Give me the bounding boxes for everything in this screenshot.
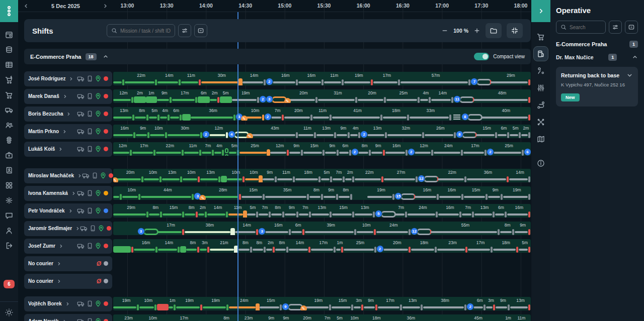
shift-segment[interactable]: 20m — [117, 170, 144, 182]
nav-apps-icon[interactable] — [2, 178, 17, 193]
nav-people-icon[interactable] — [2, 118, 17, 133]
shift-segment[interactable]: 30m — [201, 73, 243, 85]
shift-segment[interactable]: 24m — [408, 205, 439, 218]
courier-card[interactable]: No courier Ø — [24, 256, 112, 271]
courier-card[interactable]: Adam Novák — [24, 314, 112, 321]
site-row[interactable]: Dr. Max Nučice 1 — [556, 54, 638, 61]
chevron-up-icon[interactable] — [632, 54, 638, 60]
chevron-right-icon[interactable] — [62, 129, 67, 134]
nav-truck-icon[interactable] — [2, 102, 17, 118]
shift-segment[interactable]: 7m — [271, 108, 284, 121]
zoom-out-button[interactable] — [441, 27, 448, 34]
stop-count-badge[interactable]: 5 — [375, 210, 382, 218]
shift-segment[interactable]: 20m — [284, 108, 313, 121]
shift-segment[interactable]: 8m — [186, 240, 200, 253]
shift-segment[interactable]: 9m — [364, 298, 378, 310]
shift-segment[interactable]: 9m — [337, 126, 351, 138]
chevron-right-icon[interactable] — [65, 301, 70, 306]
nav-briefcase-icon[interactable] — [2, 148, 17, 163]
tool-sliders-v-icon[interactable] — [533, 80, 548, 95]
stop-count-badge[interactable]: 2 — [264, 113, 272, 121]
chevron-right-icon[interactable] — [56, 279, 61, 284]
stop-count-badge[interactable]: 12 — [418, 175, 425, 182]
shift-segment[interactable]: 12m — [209, 126, 228, 138]
task-card[interactable]: Returning back to base K Vypichu 497, Nu… — [556, 67, 638, 106]
shift-segment[interactable]: 9m — [285, 205, 299, 218]
nav-chat-icon[interactable] — [2, 208, 17, 223]
shift-segment[interactable]: 8m — [275, 240, 289, 253]
stop-count-badge[interactable]: 2 — [487, 148, 494, 156]
expand-panel-button[interactable] — [531, 0, 550, 22]
notification-count-badge[interactable]: 6 — [4, 280, 15, 288]
shift-segment[interactable]: 8m — [309, 187, 324, 200]
shift-segment[interactable]: 8m — [219, 315, 233, 321]
nav-table-icon[interactable] — [2, 57, 17, 72]
pending-stops-marker[interactable] — [225, 148, 228, 156]
zoom-in-button[interactable] — [473, 27, 480, 34]
courier-card[interactable]: Marek Današ — [24, 89, 112, 104]
shift-segment[interactable]: 29m — [113, 205, 149, 218]
shift-segment[interactable]: 2m — [521, 126, 531, 138]
chevron-right-icon[interactable] — [56, 261, 61, 266]
edit-badge[interactable]: ✎ — [113, 177, 118, 182]
shift-segment[interactable]: 11m — [313, 108, 332, 121]
shift-segment[interactable]: 19m — [503, 187, 531, 200]
operative-search[interactable] — [556, 21, 606, 34]
shift-search[interactable] — [107, 24, 175, 37]
shift-segment[interactable]: 44m — [141, 187, 194, 200]
shift-segment[interactable]: 36m — [467, 170, 509, 182]
return-loop[interactable] — [381, 211, 396, 218]
tool-info-icon[interactable] — [533, 156, 548, 171]
stop-count-badge[interactable]: 8 — [461, 113, 469, 121]
shift-segment[interactable]: 9m — [496, 298, 510, 310]
task-block[interactable]: 5m — [220, 90, 232, 103]
shift-segment[interactable]: 17m — [157, 223, 185, 235]
shift-segment[interactable]: 19m — [344, 73, 373, 85]
shift-segment[interactable]: 18m — [411, 240, 437, 253]
shift-segment[interactable]: 17m — [373, 73, 400, 85]
shift-segment[interactable]: 9m — [324, 187, 339, 200]
shift-segment[interactable]: 12m — [113, 90, 134, 103]
courier-card[interactable]: Lukáš Koiš — [24, 142, 112, 157]
shift-segment[interactable]: 4m — [160, 108, 170, 121]
shift-segment[interactable]: 36m — [191, 108, 236, 121]
nav-coins-icon[interactable] — [2, 42, 17, 57]
shift-segment[interactable]: 17m — [378, 298, 402, 310]
shift-segment[interactable]: 27m — [384, 170, 418, 182]
shift-segment[interactable]: 19m — [305, 298, 332, 310]
shift-segment[interactable]: 9m — [289, 143, 303, 156]
stop-count-badge[interactable]: 12 — [411, 228, 418, 235]
shift-segment[interactable]: 25m — [494, 143, 524, 156]
collapse-all-button[interactable] — [194, 24, 207, 37]
nav-schedule-icon[interactable] — [2, 27, 17, 42]
shift-segment[interactable]: 9m — [515, 223, 531, 235]
task-block[interactable]: 6m — [198, 90, 210, 103]
shift-segment[interactable]: 13m — [367, 126, 387, 138]
shift-segment[interactable]: 14m — [243, 73, 266, 85]
task-block[interactable]: 1m — [146, 90, 157, 103]
shift-segment[interactable]: 8m — [358, 143, 371, 156]
shift-segment[interactable]: 10m — [183, 170, 200, 182]
shift-segment[interactable]: 15m — [332, 205, 355, 218]
nav-traffic-light-icon[interactable] — [2, 133, 17, 148]
shift-segment[interactable]: 39m — [305, 223, 357, 235]
shift-segment[interactable]: 19m — [232, 90, 260, 103]
tool-cart-icon[interactable] — [533, 29, 548, 44]
stop-count-badge[interactable]: 2 — [266, 78, 273, 85]
shift-segment[interactable]: 4m — [420, 90, 431, 103]
task-block[interactable] — [162, 315, 172, 321]
nav-cart-icon[interactable] — [2, 87, 17, 102]
chevron-right-icon[interactable] — [75, 226, 80, 231]
shift-segment[interactable]: 2m — [266, 240, 275, 253]
shift-search-input[interactable] — [120, 28, 171, 34]
edit-badge[interactable]: ✎ — [199, 195, 206, 200]
delay-block[interactable] — [157, 298, 168, 310]
shift-segment[interactable]: 13m — [316, 126, 337, 138]
shift-segment[interactable]: 2m — [198, 205, 207, 218]
shift-segment[interactable]: 16m — [113, 126, 136, 138]
shift-segment[interactable]: 14m — [509, 170, 531, 182]
next-day-button[interactable] — [102, 3, 108, 9]
shift-segment[interactable]: 9m — [325, 143, 339, 156]
stacked-tasks-marker[interactable] — [453, 115, 460, 120]
shift-segment[interactable]: 8m — [339, 187, 353, 200]
